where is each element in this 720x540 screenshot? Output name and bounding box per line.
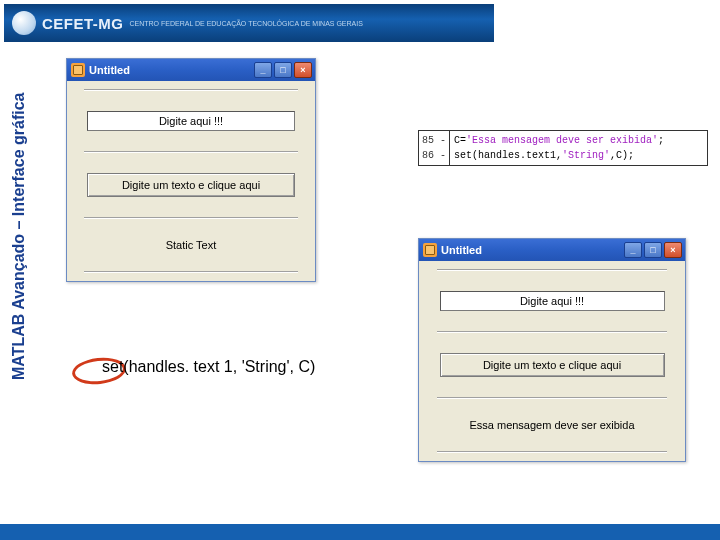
static-text-label: Static Text [87,239,296,251]
push-button[interactable]: Digite um texto e clique aqui [440,353,665,377]
matlab-icon [71,63,85,77]
titlebar[interactable]: Untitled _ □ × [419,239,685,261]
maximize-button[interactable]: □ [644,242,662,258]
divider [84,89,297,91]
push-button[interactable]: Digite um texto e clique aqui [87,173,296,197]
code-content: C='Essa mensagem deve ser exibida'; set(… [450,131,668,165]
globe-icon [12,11,36,35]
gui-window-after: Untitled _ □ × Digite aqui !!! Digite um… [418,238,686,462]
divider [437,269,667,271]
code-snippet: 85 - 86 - C='Essa mensagem deve ser exib… [418,130,708,166]
divider [437,331,667,333]
institution-banner: CEFET-MG CENTRO FEDERAL DE EDUCAÇÃO TECN… [4,4,494,42]
close-button[interactable]: × [664,242,682,258]
divider [84,217,297,219]
maximize-button[interactable]: □ [274,62,292,78]
code-callout-text: set(handles. text 1, 'String', C) [102,358,315,376]
close-button[interactable]: × [294,62,312,78]
divider [84,271,297,273]
titlebar[interactable]: Untitled _ □ × [67,59,315,81]
window-title: Untitled [89,64,254,76]
line-number-gutter: 85 - 86 - [419,131,450,165]
footer-bar [0,524,720,540]
gui-window-before: Untitled _ □ × Digite aqui !!! Digite um… [66,58,316,282]
divider [437,397,667,399]
minimize-button[interactable]: _ [254,62,272,78]
org-full-name: CENTRO FEDERAL DE EDUCAÇÃO TECNOLÓGICA D… [130,20,363,27]
static-text-label: Essa mensagem deve ser exibida [440,419,665,431]
edit-text-input[interactable]: Digite aqui !!! [87,111,296,131]
divider [84,151,297,153]
edit-text-input[interactable]: Digite aqui !!! [440,291,665,311]
minimize-button[interactable]: _ [624,242,642,258]
slide-side-caption: MATLAB Avançado – Interface gráfica [10,93,28,380]
divider [437,451,667,453]
window-title: Untitled [441,244,624,256]
org-acronym: CEFET-MG [42,15,124,32]
matlab-icon [423,243,437,257]
